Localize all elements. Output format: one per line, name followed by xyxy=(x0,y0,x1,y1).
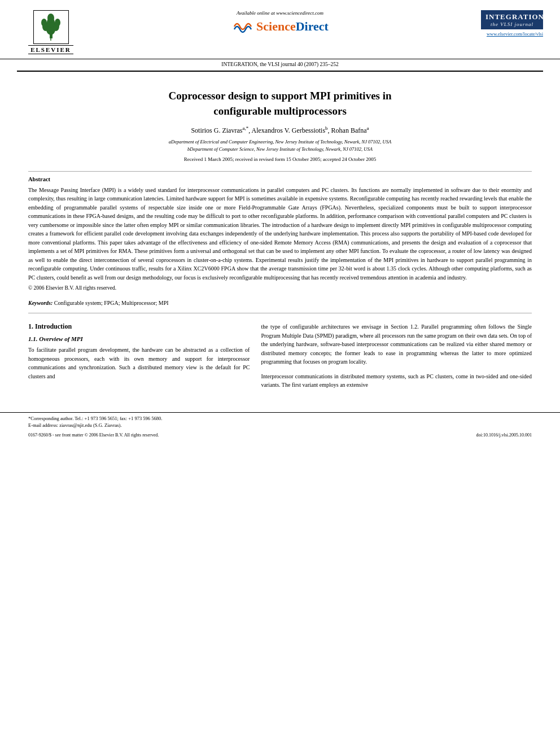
sd-logo-row: ScienceDirect xyxy=(231,18,329,35)
footnote-star: *Corresponding author. Tel.: +1 973 596 … xyxy=(28,415,532,422)
subsection1-heading: 1.1. Overview of MPI xyxy=(28,335,250,342)
abstract-section: Abstract The Message Passing Interface (… xyxy=(28,176,532,291)
footer-doi: doi:10.1016/j.vlsi.2005.10.001 xyxy=(476,433,532,438)
elsevier-website-link[interactable]: www.elsevier.com/locate/vlsi xyxy=(487,31,543,37)
sciencedirect-logo: Available online at www.sciencedirect.co… xyxy=(90,10,470,35)
affiliations: aDepartment of Electrical and Computer E… xyxy=(28,138,532,153)
available-online-text: Available online at www.sciencedirect.co… xyxy=(237,10,323,16)
svg-point-7 xyxy=(47,14,54,23)
integration-badge: INTEGRATION the VLSI journal xyxy=(481,10,543,29)
footer-copy: 0167-9260/$ - see front matter © 2006 El… xyxy=(28,433,159,438)
elsevier-tree-svg xyxy=(36,12,67,41)
author2-name: Alexandros V. Gerbessiotis xyxy=(252,126,326,134)
footer-bottom: 0167-9260/$ - see front matter © 2006 El… xyxy=(28,433,532,438)
author3-sup: a xyxy=(367,125,369,131)
page: ELSEVIER Available online at www.science… xyxy=(0,0,560,747)
journal-info-text: INTEGRATION, the VLSI journal 40 (2007) … xyxy=(221,62,338,67)
elsevier-logo: ELSEVIER xyxy=(17,10,85,54)
abstract-title: Abstract xyxy=(28,176,532,182)
keywords-values: Configurable system; FPGA; Multiprocesso… xyxy=(54,300,169,306)
sciencedirect-text: ScienceDirect xyxy=(256,19,329,34)
main-content: Coprocessor design to support MPI primit… xyxy=(0,72,560,401)
article-title: Coprocessor design to support MPI primit… xyxy=(28,89,532,119)
footer: *Corresponding author. Tel.: +1 973 596 … xyxy=(0,412,560,444)
two-col-section: 1. Introduction 1.1. Overview of MPI To … xyxy=(28,322,532,390)
sciencedirect-area: Available online at www.sciencedirect.co… xyxy=(85,10,475,35)
keywords-line: Keywords: Configurable system; FPGA; Mul… xyxy=(28,300,532,306)
elsevier-tree-icon xyxy=(33,10,69,44)
abstract-text: The Message Passing Interface (MPI) is a… xyxy=(28,186,532,282)
keywords-label: Keywords: xyxy=(28,300,53,306)
svg-point-5 xyxy=(41,19,47,27)
received-line: Received 1 March 2005; received in revis… xyxy=(28,156,532,162)
col-left: 1. Introduction 1.1. Overview of MPI To … xyxy=(28,322,250,390)
integration-badge-subtitle: the VLSI journal xyxy=(485,21,539,27)
col-right-body1: the type of configurable architectures w… xyxy=(261,322,532,366)
section1-heading: 1. Introduction xyxy=(28,322,250,331)
elsevier-name: ELSEVIER xyxy=(28,45,73,54)
affil2: bDepartment of Computer Science, New Jer… xyxy=(28,146,532,153)
svg-point-8 xyxy=(50,36,52,38)
copyright-line: © 2006 Elsevier B.V. All rights reserved… xyxy=(28,285,532,291)
author1-sup: a,* xyxy=(242,125,248,131)
sd-wave-icon xyxy=(231,18,254,35)
footnote: *Corresponding author. Tel.: +1 973 596 … xyxy=(28,415,532,430)
col-right: the type of configurable architectures w… xyxy=(261,322,532,390)
author2-sup: b xyxy=(325,125,328,131)
abstract-divider-top xyxy=(28,171,532,172)
col-right-body2: Interprocessor communications in distrib… xyxy=(261,372,532,390)
journal-info-bar: INTEGRATION, the VLSI journal 40 (2007) … xyxy=(17,59,543,72)
authors-line: Sotirios G. Ziavrasa,*, Alexandros V. Ge… xyxy=(28,125,532,135)
integration-badge-area: INTEGRATION the VLSI journal www.elsevie… xyxy=(475,10,543,37)
author1-name: Sotirios G. Ziavras xyxy=(191,126,242,134)
affil1: aDepartment of Electrical and Computer E… xyxy=(28,138,532,146)
col-left-body: To facilitate parallel program developme… xyxy=(28,346,250,381)
elsevier-logo-area: ELSEVIER xyxy=(17,10,85,54)
header: ELSEVIER Available online at www.science… xyxy=(0,0,560,59)
author3-name: Rohan Bafna xyxy=(331,126,367,134)
svg-point-6 xyxy=(55,19,60,27)
integration-badge-title: INTEGRATION xyxy=(485,12,539,21)
footnote-email: E-mail address: ziavras@njit.edu (S.G. Z… xyxy=(28,422,532,429)
abstract-divider-bottom xyxy=(28,313,532,313)
